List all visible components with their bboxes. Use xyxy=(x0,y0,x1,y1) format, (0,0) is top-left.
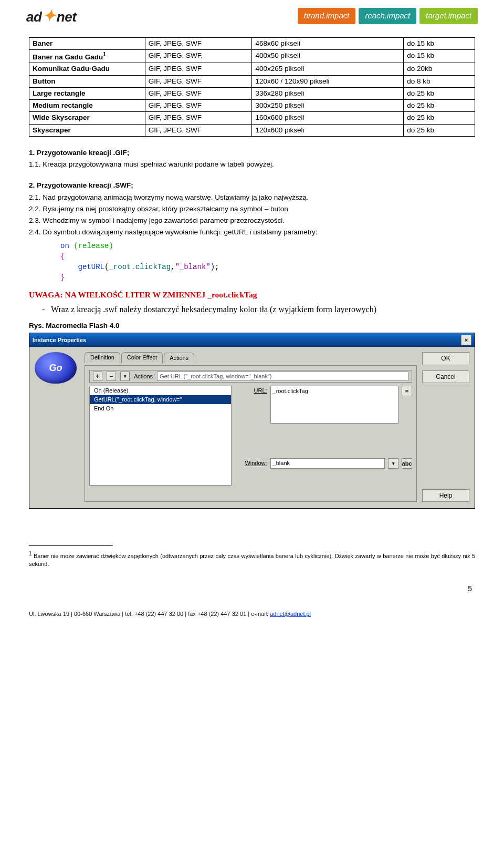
remove-action-button[interactable]: − xyxy=(107,372,116,381)
footnote-number: 1 xyxy=(29,551,32,557)
step-1-heading: 1. Przygotowanie kreacji .GIF; xyxy=(29,148,475,158)
window-input[interactable]: _blank xyxy=(270,458,385,469)
logo-plus-icon: ✦ xyxy=(43,5,56,27)
format-dimensions: 120x60 / 120x90 pikseli xyxy=(252,75,404,87)
format-name: Large rectangle xyxy=(29,87,145,99)
code-brace-close: } xyxy=(60,273,65,282)
footnote-text: Baner nie może zawierać dźwięków zapętlo… xyxy=(29,553,475,567)
help-button[interactable]: Help xyxy=(422,489,469,502)
format-types: GIF, JPEG, SWF xyxy=(145,100,252,112)
format-name: Button xyxy=(29,75,145,87)
flash-dialog-window: Instance Properties × Go Definition Colo… xyxy=(29,333,475,509)
step-2-3: 2.3. Wchodzimy w symbol i nadajemy jego … xyxy=(29,216,475,225)
code-kw-on: on xyxy=(60,242,69,250)
actions-toolbar-label: Actions xyxy=(134,373,153,380)
step-2-2: 2.2. Rysujemy na niej prostokątny obszar… xyxy=(29,204,475,214)
page-number: 5 xyxy=(29,584,475,594)
swf-note: - Wraz z kreacją .swf należy dostarczyć … xyxy=(42,304,475,315)
adnet-logo: ad ✦ net xyxy=(26,5,76,27)
format-spec-table: BanerGIF, JPEG, SWF468x60 pikselido 15 k… xyxy=(29,37,475,137)
instance-preview: Go xyxy=(35,352,79,502)
list-item[interactable]: On (Release) xyxy=(90,386,231,395)
actionscript-code-block: on (release) { getURL(_root.clickTag,"_b… xyxy=(60,241,475,283)
action-script-list[interactable]: On (Release) GetURL("_root.clickTag, win… xyxy=(89,386,232,486)
tab-panel-actions: + − ▾ Actions Get URL ("_root.clickTag, … xyxy=(85,365,417,502)
step-2-1: 2.1. Nad przygotowaną animacją tworzymy … xyxy=(29,193,475,202)
go-badge: Go xyxy=(35,352,77,384)
format-types: GIF, JPEG, SWF xyxy=(145,124,252,136)
ok-button[interactable]: OK xyxy=(422,352,469,365)
url-input[interactable]: _root.clickTag xyxy=(270,386,398,424)
format-name: Komunikat Gadu-Gadu xyxy=(29,63,145,75)
table-row: Large rectangleGIF, JPEG, SWF336x280 pik… xyxy=(29,87,475,99)
format-maxsize: do 25 kb xyxy=(404,112,475,124)
figure-caption: Rys. Macromedia Flash 4.0 xyxy=(29,321,475,331)
table-row: BanerGIF, JPEG, SWF468x60 pikselido 15 k… xyxy=(29,37,475,49)
format-maxsize: do 8 kb xyxy=(404,75,475,87)
window-field-label: Window: xyxy=(237,458,267,467)
warning-text: UWAGA: NA WIELKOŚĆ LITER W ZMIENNEJ _roo… xyxy=(29,290,475,301)
tab-actions[interactable]: Actions xyxy=(164,353,194,364)
add-action-button[interactable]: + xyxy=(93,372,102,381)
pill-reach: reach.impact xyxy=(359,8,416,24)
tab-definition[interactable]: Definition xyxy=(85,352,120,363)
url-field-label: URL: xyxy=(237,386,267,395)
format-types: GIF, JPEG, SWF xyxy=(145,112,252,124)
format-dimensions: 400x265 pikseli xyxy=(252,63,404,75)
format-name: Baner na Gadu Gadu1 xyxy=(29,49,145,63)
note-dash: - xyxy=(42,305,45,314)
format-dimensions: 400x50 pikseli xyxy=(252,49,404,63)
page-footer: Ul. Lwowska 19 | 00-660 Warszawa | tel. … xyxy=(0,607,504,625)
cancel-button[interactable]: Cancel xyxy=(422,370,469,383)
actions-toolbar: + − ▾ Actions Get URL ("_root.clickTag, … xyxy=(89,370,412,383)
footnote-ref: 1 xyxy=(103,51,106,57)
url-expression-button[interactable]: = xyxy=(402,386,412,396)
format-types: GIF, JPEG, SWF xyxy=(145,37,252,49)
format-types: GIF, JPEG, SWF xyxy=(145,75,252,87)
list-item-selected[interactable]: GetURL("_root.clickTag, window=" xyxy=(90,395,231,404)
close-icon[interactable]: × xyxy=(461,335,471,345)
code-arg-str: "_blank" xyxy=(175,263,210,271)
step-1-1: 1.1. Kreacja przygotowywana musi spełnia… xyxy=(29,160,475,169)
dropdown-icon[interactable]: ▾ xyxy=(120,372,130,381)
document-header: ad ✦ net brand.impact reach.impact targe… xyxy=(0,0,504,31)
table-row: Baner na Gadu Gadu1GIF, JPEG, SWF,400x50… xyxy=(29,49,475,63)
format-maxsize: do 25 kb xyxy=(404,100,475,112)
impact-pills: brand.impact reach.impact target.impact xyxy=(298,8,478,24)
table-row: ButtonGIF, JPEG, SWF120x60 / 120x90 piks… xyxy=(29,75,475,87)
code-brace-open: { xyxy=(60,252,65,261)
format-name: Medium rectangle xyxy=(29,100,145,112)
format-maxsize: do 20kb xyxy=(404,63,475,75)
table-row: Wide SkyscraperGIF, JPEG, SWF160x600 pik… xyxy=(29,112,475,124)
table-row: Komunikat Gadu-GaduGIF, JPEG, SWF400x265… xyxy=(29,63,475,75)
tab-color-effect[interactable]: Color Effect xyxy=(121,352,163,363)
format-dimensions: 120x600 pikseli xyxy=(252,124,404,136)
format-name: Skyscraper xyxy=(29,124,145,136)
note-text: Wraz z kreacją .swf należy dostarczyć he… xyxy=(51,305,376,314)
format-types: GIF, JPEG, SWF xyxy=(145,63,252,75)
window-dropdown-icon[interactable]: ▾ xyxy=(388,458,398,469)
abc-button[interactable]: abc xyxy=(402,458,412,469)
format-maxsize: do 25 kb xyxy=(404,87,475,99)
code-arg-var: _root.clickTag xyxy=(109,263,171,271)
format-dimensions: 160x600 pikseli xyxy=(252,112,404,124)
footnote-rule xyxy=(29,545,113,546)
footer-address: Ul. Lwowska 19 | 00-660 Warszawa | tel. … xyxy=(29,611,270,617)
action-summary-combo[interactable]: Get URL ("_root.clickTag, window="_blank… xyxy=(157,372,408,381)
code-fn: getURL xyxy=(78,263,104,271)
footnote-1: 1 Baner nie może zawierać dźwięków zapęt… xyxy=(29,550,475,568)
list-item[interactable]: End On xyxy=(90,404,231,413)
footer-email-link[interactable]: adnet@adnet.pl xyxy=(270,611,311,617)
step-2-4: 2.4. Do symbolu dowiązujemy następujące … xyxy=(29,228,475,237)
flash-titlebar: Instance Properties × xyxy=(29,333,475,347)
instructions-block: 1. Przygotowanie kreacji .GIF; 1.1. Krea… xyxy=(29,148,475,331)
format-dimensions: 468x60 pikseli xyxy=(252,37,404,49)
table-row: Medium rectangleGIF, JPEG, SWF300x250 pi… xyxy=(29,100,475,112)
pill-brand: brand.impact xyxy=(298,8,356,24)
logo-left: ad xyxy=(26,8,41,26)
pill-target: target.impact xyxy=(419,8,478,24)
logo-right: net xyxy=(57,8,77,26)
format-types: GIF, JPEG, SWF xyxy=(145,87,252,99)
dialog-tabs: Definition Color Effect Actions xyxy=(85,352,417,363)
format-dimensions: 300x250 pikseli xyxy=(252,100,404,112)
